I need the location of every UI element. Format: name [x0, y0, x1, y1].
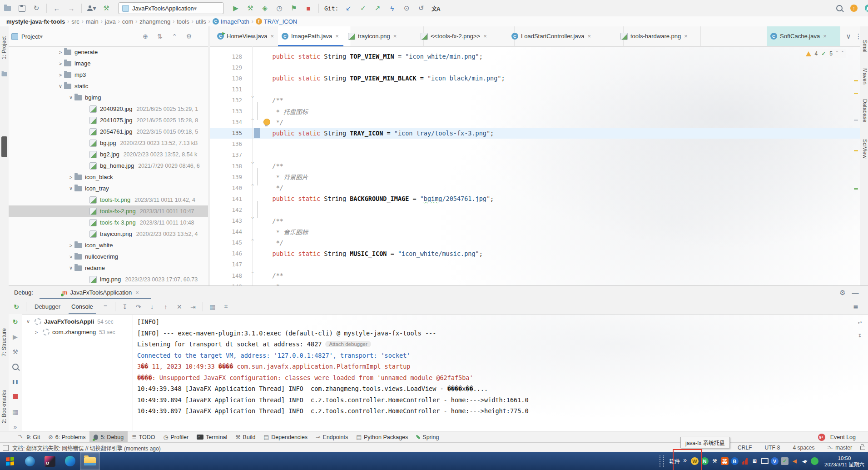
settings-wrench-icon[interactable]: ⚒ — [10, 347, 20, 356]
view-table-icon[interactable]: ▦ — [207, 302, 218, 312]
toolwindow-button-profiler[interactable]: ◷Profiler — [159, 431, 193, 443]
code-line-128[interactable]: 128 public static String TOP_VIEW_MIN = … — [210, 51, 860, 62]
fold-up-icon[interactable]: ˆ — [248, 184, 258, 192]
code-line-144[interactable]: 144 * 音乐图标 — [210, 226, 860, 237]
taskbar-app-explorer[interactable] — [80, 452, 100, 470]
code-line-132[interactable]: 132ˇ /** — [210, 95, 860, 105]
breadcrumb-item[interactable]: fTRAY_ICON — [256, 18, 297, 25]
debug-icon[interactable]: ⚒ — [244, 3, 256, 14]
pause-icon[interactable]: ❚❚ — [10, 377, 20, 386]
tray-monitor[interactable] — [761, 457, 769, 465]
layout-icon[interactable]: ≡ — [99, 302, 111, 312]
event-log-button[interactable]: 9+Event Log — [814, 431, 860, 443]
inspections-widget[interactable]: 4✓5ˆˇ — [803, 49, 846, 58]
toolwindow-button-spring[interactable]: Spring — [412, 431, 443, 443]
coverage-icon[interactable]: ◈ — [259, 3, 271, 14]
close-icon[interactable]: × — [483, 33, 487, 40]
code-line-133[interactable]: 133 * 托盘图标 — [210, 106, 860, 117]
back-icon[interactable]: ← — [51, 3, 63, 14]
tray-usb[interactable]: ✓ — [781, 457, 789, 465]
tree-item-icon_black[interactable]: >icon_black — [9, 171, 208, 183]
tray-volume[interactable]: ◀ — [791, 457, 799, 465]
code-line-138[interactable]: 138ˇ /** — [210, 160, 860, 171]
stripe-tab-bookmarks[interactable]: 2: Bookmarks — [1, 390, 7, 423]
attach-debugger-badge[interactable]: Attach debugger — [325, 341, 371, 347]
git-branch-widget[interactable]: ⌥master — [827, 445, 852, 451]
update-icon[interactable]: ↙ — [342, 3, 354, 14]
tree-item-bg_home-jpg[interactable]: bg_home.jpg2021/7/29 0029 08:46, 6 — [9, 160, 208, 171]
breadcrumb-item[interactable]: main — [86, 18, 99, 25]
taskbar-start[interactable] — [0, 452, 20, 470]
search-icon[interactable] — [833, 3, 845, 14]
toolwindow-button-9-git[interactable]: ⌥9: Git — [14, 431, 44, 443]
toolwindow-button-terminal[interactable]: >_Terminal — [193, 431, 231, 443]
debug-tab-debugger[interactable]: Debugger — [29, 299, 66, 314]
stripe-tab-project[interactable]: 1: Project — [1, 36, 7, 60]
tree-item-bg-jpg[interactable]: bg.jpg2020/2/23 0023 13:52, 7.13 kB — [9, 137, 208, 149]
tree-item-tools-fx-png[interactable]: tools-fx.png2023/3/11 0011 10:42, 4 — [9, 194, 208, 205]
toolwindow-button-6-problems[interactable]: ⊘6: Problems — [44, 431, 89, 443]
code-line-140[interactable]: 140ˆ */ — [210, 182, 860, 193]
stop-icon[interactable] — [10, 392, 20, 401]
toolwindow-button-python-packages[interactable]: ▤Python Packages — [352, 431, 412, 443]
grid-icon[interactable]: ▦ — [10, 407, 20, 416]
intention-bulb-icon[interactable] — [263, 119, 270, 125]
tabs-kebab-icon[interactable]: ⋮ — [853, 31, 860, 42]
run-with-icon[interactable]: ⚑ — [288, 3, 300, 14]
taskbar-app-edge[interactable] — [60, 452, 80, 470]
ide-status-icon[interactable]: ▶ — [863, 3, 868, 14]
tree-item-tools-fx-2-png[interactable]: tools-fx-2.png2023/3/11 0011 10:47 — [9, 205, 208, 217]
drop-frame-icon[interactable]: ✕ — [174, 302, 185, 312]
fold-down-icon[interactable]: ˇ — [248, 96, 258, 104]
fold-up-icon[interactable]: ˆ — [248, 239, 258, 247]
stripe-tab-sciview[interactable]: SciView — [862, 139, 868, 158]
tree-item-bg2-jpg[interactable]: bg2.jpg2020/2/23 0023 13:52, 8.54 k — [9, 149, 208, 160]
line-ending-widget[interactable]: CRLF — [738, 445, 752, 451]
expand-all-icon[interactable]: ⇅ — [154, 31, 166, 42]
tray-wechat[interactable] — [811, 457, 818, 465]
lock-icon[interactable] — [860, 446, 865, 450]
chevron-collapsed-icon[interactable]: > — [57, 61, 64, 66]
chevron-expanded-icon[interactable]: ∨ — [25, 319, 32, 325]
code-line-141[interactable]: 141 public static String BACKGROUND_IMAG… — [210, 193, 860, 204]
stripe-folder-icon[interactable] — [2, 72, 7, 76]
tree-item-img-png[interactable]: img.png2023/2/23 0023 17:07, 60.73 — [9, 274, 208, 285]
forward-icon[interactable]: → — [65, 3, 77, 14]
code-area[interactable]: 128 public static String TOP_VIEW_MIN = … — [210, 46, 860, 285]
tree-item-2054761-jpg[interactable]: 2054761.jpg2022/3/15 0015 09:18, 5 — [9, 126, 208, 137]
more-icon[interactable]: » — [10, 422, 20, 431]
scroll-to-end-icon[interactable]: ↧ — [855, 330, 864, 340]
close-icon[interactable]: × — [823, 33, 827, 40]
chevron-collapsed-icon[interactable]: > — [67, 243, 74, 248]
close-icon[interactable]: × — [335, 33, 339, 40]
breadcrumb-item[interactable]: zhangmeng — [139, 18, 170, 25]
tree-item-2041075-jpg[interactable]: 2041075.jpg2021/6/25 0025 15:28, 8 — [9, 115, 208, 126]
step-over-icon[interactable]: ↷ — [133, 302, 144, 312]
project-panel-title[interactable]: Project ▾ — [11, 33, 43, 40]
debug-session-tab[interactable]: mJavaFxToolsApplication× — [60, 286, 142, 299]
next-issue-icon[interactable]: ˇ — [842, 50, 843, 57]
encoding-widget[interactable]: UTF-8 — [764, 445, 780, 451]
evaluate-icon[interactable]: ⌗ — [220, 302, 232, 312]
cherry-pick-icon[interactable]: ϟ — [386, 3, 398, 14]
stripe-tab-maven[interactable]: Maven — [862, 68, 868, 85]
push-icon[interactable]: ↗ — [372, 3, 383, 14]
run-configuration-select[interactable]: JavaFxToolsApplication ▾ — [118, 2, 224, 14]
code-line-130[interactable]: 130 public static String TOP_VIEW_MIN_BL… — [210, 73, 860, 84]
resume-icon[interactable]: ▶ — [10, 332, 20, 341]
code-line-146[interactable]: 146 public static String MUSIC_ICON = "i… — [210, 248, 860, 259]
gear-icon[interactable]: ⚙ — [183, 31, 195, 42]
breadcrumb-item[interactable]: mystyle-java-fx-tools — [6, 18, 65, 25]
toolwindow-button-endpoints[interactable]: ⊸Endpoints — [312, 431, 352, 443]
stripe-tab-structure[interactable]: 7: Structure — [1, 328, 7, 356]
show-execution-icon[interactable]: ↧ — [119, 302, 131, 312]
code-line-134[interactable]: 134ˆ */ — [210, 117, 860, 128]
close-icon[interactable]: × — [684, 33, 688, 40]
toolwindow-button-build[interactable]: ⚒Build — [231, 431, 259, 443]
tree-item-redame[interactable]: ∨redame — [9, 262, 208, 274]
update-orb-icon[interactable]: ↑ — [848, 3, 860, 14]
tree-item-image[interactable]: >image — [9, 58, 208, 69]
editor-tab-LoadStartController-java[interactable]: CLoadStartController.java× — [508, 26, 624, 46]
fold-up-icon[interactable]: ˆ — [248, 118, 258, 126]
breadcrumb-item[interactable]: java — [105, 18, 116, 25]
